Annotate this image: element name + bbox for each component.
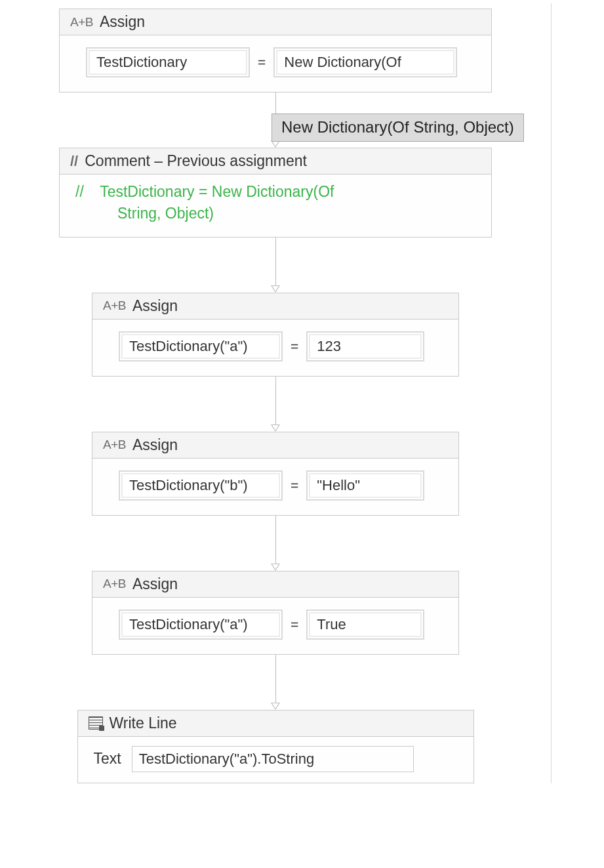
activity-header[interactable]: A+B Assign [60,9,491,35]
assign-to-value: TestDictionary [89,50,247,75]
assign-value-field[interactable]: 123 [306,331,424,362]
assign-value-field[interactable]: New Dictionary(Of [273,47,457,77]
write-line-text-field[interactable]: TestDictionary("a").ToString [132,746,414,772]
connector [275,238,276,293]
comment-text-line2: String, Object) [117,203,475,224]
assign-to-field[interactable]: TestDictionary("a") [119,331,283,362]
write-line-text-value: TestDictionary("a").ToString [139,751,314,767]
activity-assign-3[interactable]: A+B Assign TestDictionary("b") = "Hello" [92,432,459,516]
assign-to-field[interactable]: TestDictionary("a") [119,610,283,640]
assign-value-value: New Dictionary(Of [276,50,454,75]
assign-icon: A+B [103,299,126,313]
comment-icon: // [70,153,78,170]
activity-header[interactable]: A+B Assign [92,293,458,320]
activity-title: Assign [132,575,178,593]
equals-label: = [289,478,300,493]
activity-title: Assign [100,13,145,31]
comment-slashes: // [75,183,84,200]
assign-icon: A+B [103,577,126,591]
assign-to-value: TestDictionary("a") [121,334,280,359]
activity-header[interactable]: // Comment – Previous assignment [60,148,491,175]
assign-value-field[interactable]: True [306,610,424,640]
equals-label: = [256,54,267,70]
activity-header[interactable]: A+B Assign [92,432,458,459]
workflow-canvas[interactable]: A+B Assign TestDictionary = New Dictiona… [0,3,552,783]
activity-write-line[interactable]: Write Line Text TestDictionary("a").ToSt… [77,710,474,783]
activity-title: Assign [132,297,178,315]
write-line-icon [89,716,103,730]
comment-body: // TestDictionary = New Dictionary(Of St… [60,175,491,237]
assign-value-value: True [309,612,422,637]
activity-title: Assign [132,436,178,454]
expression-tooltip: New Dictionary(Of String, Object) [272,114,524,142]
activity-header[interactable]: Write Line [78,711,473,737]
connector [275,516,276,571]
assign-to-value: TestDictionary("b") [121,473,280,498]
assign-value-value: "Hello" [309,473,422,498]
equals-label: = [289,339,300,354]
activity-title: Comment – Previous assignment [85,152,307,170]
equals-label: = [289,617,300,632]
connector [275,377,276,432]
assign-to-field[interactable]: TestDictionary("b") [119,470,283,501]
assign-value-field[interactable]: "Hello" [306,470,424,501]
activity-header[interactable]: A+B Assign [92,571,458,598]
activity-assign-4[interactable]: A+B Assign TestDictionary("a") = True [92,571,459,655]
activity-title: Write Line [110,714,177,732]
assign-to-field[interactable]: TestDictionary [86,47,250,77]
activity-comment[interactable]: // Comment – Previous assignment // Test… [59,148,492,238]
assign-value-value: 123 [309,334,422,359]
assign-icon: A+B [103,438,126,452]
activity-assign-2[interactable]: A+B Assign TestDictionary("a") = 123 [92,293,459,377]
connector [275,655,276,710]
write-line-text-label: Text [94,750,121,768]
activity-assign-1[interactable]: A+B Assign TestDictionary = New Dictiona… [59,9,492,93]
assign-icon: A+B [70,15,93,30]
assign-to-value: TestDictionary("a") [121,612,280,637]
comment-text-line1: TestDictionary = New Dictionary(Of [100,183,334,200]
